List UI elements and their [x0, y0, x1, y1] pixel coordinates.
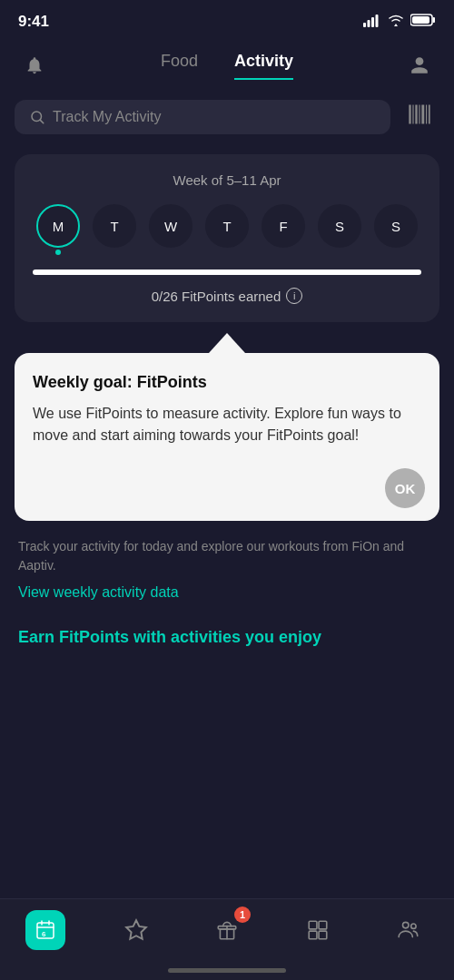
day-circle-sun[interactable]: S	[374, 204, 418, 248]
svg-rect-10	[415, 105, 417, 124]
svg-rect-14	[429, 105, 430, 124]
home-indicator	[168, 968, 286, 973]
nav-item-dashboard[interactable]	[298, 910, 338, 950]
active-day-dot	[55, 250, 61, 255]
day-circle-fri[interactable]: F	[262, 204, 305, 248]
bottom-nav: 6 1	[0, 898, 454, 980]
tab-activity[interactable]: Activity	[234, 52, 293, 80]
day-circle-thu[interactable]: T	[205, 204, 249, 248]
svg-rect-19	[309, 921, 317, 929]
svg-point-24	[411, 924, 416, 928]
svg-rect-12	[421, 105, 424, 124]
barcode-icon[interactable]	[400, 102, 439, 132]
svg-rect-21	[309, 931, 317, 939]
svg-rect-9	[412, 105, 413, 124]
weekly-card: Week of 5–11 Apr M T W T F S S 0/26 FitP…	[15, 154, 439, 322]
popup-body: We use FitPoints to measure activity. Ex…	[33, 403, 421, 446]
nav-item-calendar[interactable]: 6	[25, 910, 65, 950]
status-time: 9:41	[18, 13, 49, 31]
popup-title: Weekly goal: FitPoints	[33, 373, 421, 392]
battery-icon	[410, 14, 436, 30]
svg-rect-6	[412, 16, 429, 24]
star-icon[interactable]	[116, 910, 156, 950]
below-popup-section: Track your activity for today and explor…	[0, 521, 454, 612]
search-placeholder: Track My Activity	[53, 109, 161, 125]
day-circle-wed[interactable]: W	[149, 204, 192, 248]
status-icons	[363, 14, 436, 30]
nav-item-gifts[interactable]: 1	[207, 910, 247, 950]
day-circles: M T W T F S S	[29, 204, 425, 248]
svg-rect-2	[371, 17, 374, 27]
status-bar: 9:41	[0, 0, 454, 40]
day-circle-tue[interactable]: T	[93, 204, 136, 248]
nav-item-community[interactable]	[389, 910, 429, 950]
svg-rect-20	[319, 921, 327, 929]
fitpoints-label: 0/26 FitPoints earned i	[33, 288, 421, 304]
tab-bar: Food Activity	[0, 40, 454, 91]
svg-rect-3	[376, 15, 379, 27]
tab-food[interactable]: Food	[161, 52, 198, 80]
ok-button[interactable]: OK	[385, 468, 425, 508]
day-circle-sat[interactable]: S	[318, 204, 361, 248]
svg-rect-13	[426, 105, 427, 124]
search-icon	[29, 109, 45, 125]
progress-section: 0/26 FitPoints earned i	[29, 270, 425, 304]
tooltip-arrow	[209, 333, 245, 353]
community-icon[interactable]	[389, 910, 429, 950]
search-container: Track My Activity	[0, 91, 454, 143]
nav-item-favorites[interactable]	[116, 910, 156, 950]
signal-icon	[363, 15, 381, 30]
popup-card: Weekly goal: FitPoints We use FitPoints …	[15, 353, 439, 521]
svg-rect-11	[419, 105, 419, 124]
svg-rect-22	[319, 931, 327, 939]
svg-text:6: 6	[42, 930, 46, 938]
svg-rect-1	[368, 20, 370, 27]
day-circle-mon[interactable]: M	[36, 204, 80, 248]
svg-point-23	[403, 922, 410, 928]
week-label: Week of 5–11 Apr	[29, 172, 425, 188]
profile-icon-wrap[interactable]	[403, 49, 436, 82]
tabs: Food Activity	[161, 52, 293, 80]
progress-bar-background	[33, 270, 421, 275]
search-bar[interactable]: Track My Activity	[15, 100, 390, 134]
svg-rect-8	[409, 105, 410, 124]
svg-rect-0	[363, 23, 366, 27]
view-weekly-link[interactable]: View weekly activity data	[18, 584, 179, 600]
gift-icon[interactable]: 1	[207, 910, 247, 950]
earn-section: Earn FitPoints with activities you enjoy	[0, 612, 454, 658]
info-icon[interactable]: i	[286, 288, 302, 304]
earn-title: Earn FitPoints with activities you enjoy	[18, 628, 436, 647]
svg-rect-5	[433, 17, 436, 23]
calendar-icon[interactable]: 6	[25, 910, 65, 950]
gift-badge: 1	[234, 906, 251, 923]
wifi-icon	[387, 14, 405, 30]
activity-description: Track your activity for today and explor…	[18, 537, 436, 575]
bell-icon-wrap[interactable]	[18, 49, 51, 82]
dashboard-icon[interactable]	[298, 910, 338, 950]
